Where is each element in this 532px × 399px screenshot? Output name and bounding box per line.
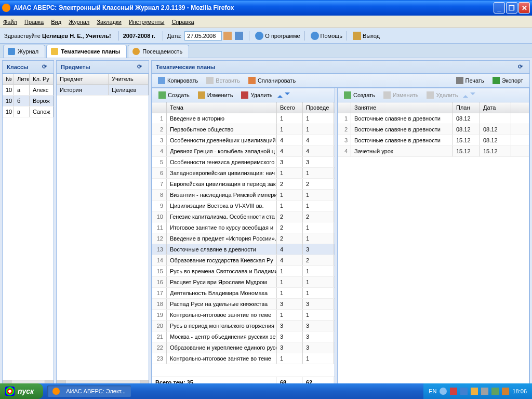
theme-row[interactable]: 18Распад Руси на удельные княжества33 [152, 299, 335, 310]
tray-icon[interactable] [502, 388, 509, 395]
theme-row[interactable]: 11Итоговое занятие по курсу всеобщая и21 [152, 222, 335, 233]
theme-row[interactable]: 8Византия - наследница Римской импери11 [152, 190, 335, 201]
move-up-icon[interactable] [463, 92, 468, 98]
class-row[interactable]: 10вСапож [3, 107, 54, 117]
refresh-icon[interactable]: ⟳ [42, 63, 49, 71]
edit-button[interactable]: Изменить [380, 90, 422, 100]
tab-plans[interactable]: Тематические планы [46, 45, 127, 58]
taskbar-app[interactable]: АИАС АВЕРС: Элект... [47, 385, 131, 397]
menu-file[interactable]: Файл [3, 19, 17, 25]
plan-button[interactable]: Спланировать [245, 76, 299, 85]
exit-link[interactable]: Выход [363, 33, 380, 39]
theme-row[interactable]: 7Европейская цивилизация в период зак22 [152, 179, 335, 190]
system-tray: EN 18:06 [423, 383, 532, 399]
refresh-icon[interactable]: ⟳ [137, 63, 144, 71]
theme-row[interactable]: 22Образование и укрепление единого русс3… [152, 342, 335, 353]
create-button[interactable]: Создать [341, 90, 378, 100]
theme-row[interactable]: 17Деятельность Владимира Мономаха11 [152, 288, 335, 299]
main-title: Тематические планы [156, 64, 215, 70]
windows-taskbar: пуск АИАС АВЕРС: Элект... EN 18:06 [0, 383, 532, 399]
theme-row[interactable]: 9Цивилизации Востока в VI-XVIII вв.11 [152, 201, 335, 211]
subjects-title: Предметы [61, 64, 90, 70]
lesson-row[interactable]: 3Восточные славяне в древности15.1208.12 [338, 135, 529, 146]
close-button[interactable]: ✕ [518, 2, 530, 14]
tray-icon[interactable] [440, 388, 447, 395]
clock[interactable]: 18:06 [512, 388, 527, 394]
content-area: Классы⟳ №ЛитеКл. Ру 10аАлекс10бВорож10вС… [0, 58, 532, 391]
copy-button[interactable]: Копировать [155, 76, 201, 85]
exit-icon[interactable] [353, 32, 361, 40]
windows-icon [5, 387, 15, 396]
menu-bookmarks[interactable]: Закладки [97, 19, 122, 25]
menu-help[interactable]: Справка [171, 19, 194, 25]
create-button[interactable]: Создать [155, 90, 193, 100]
theme-row[interactable]: 21Москва - центр объединения русских зе3… [152, 331, 335, 342]
theme-row[interactable]: 16Расцвет Руси ври Ярославе Мудром11 [152, 277, 335, 288]
refresh-date-icon[interactable] [235, 32, 243, 40]
classes-title: Классы [7, 64, 28, 70]
export-button[interactable]: Экспорт [489, 76, 526, 85]
paste-button[interactable]: Вставить [203, 76, 243, 85]
date-input[interactable] [184, 31, 222, 41]
lesson-row[interactable]: 1Восточные славяне в древности08.12 [338, 113, 529, 124]
print-button[interactable]: Печать [453, 76, 487, 85]
minimize-button[interactable]: _ [494, 2, 505, 14]
volume-icon[interactable] [481, 388, 488, 395]
theme-row[interactable]: 2Первобытное общество11 [152, 124, 335, 135]
info-icon[interactable] [255, 32, 263, 40]
move-down-icon[interactable] [285, 92, 290, 98]
themes-header: ТемаВсегоПроведе [152, 102, 335, 113]
journal-icon [8, 48, 15, 55]
about-link[interactable]: О программе [265, 33, 300, 39]
paste-icon [206, 77, 214, 84]
window-title: АИАС АВЕРС: Электронный Классный Журнал … [14, 4, 494, 11]
theme-row[interactable]: 12Введение в предмет «История России».21 [152, 233, 335, 244]
help-icon[interactable] [311, 32, 319, 40]
tab-attendance[interactable]: Посещаемость [128, 45, 189, 58]
edit-button[interactable]: Изменить [195, 90, 236, 100]
folder-icon [51, 48, 58, 55]
menu-edit[interactable]: Правка [24, 19, 44, 25]
theme-row[interactable]: 6Западноевропейская цивилизация: нач11 [152, 168, 335, 179]
theme-row[interactable]: 10Генезис капитализма. Особенности ста22 [152, 211, 335, 222]
maximize-button[interactable]: ❐ [506, 2, 517, 14]
move-down-icon[interactable] [470, 92, 475, 98]
menu-tools[interactable]: Инструменты [129, 19, 165, 25]
theme-row[interactable]: 20Русь в период монгольского вторжения33 [152, 321, 335, 331]
delete-icon [427, 91, 434, 99]
browser-menubar: Файл Правка Вид Журнал Закладки Инструме… [0, 16, 532, 28]
delete-button[interactable]: Удалить [423, 90, 461, 100]
year-label: 2007-2008 г. [123, 33, 155, 39]
help-link[interactable]: Помощь [321, 33, 343, 39]
theme-row[interactable]: 23Контрольно-итоговое занятие во теме11 [152, 353, 335, 364]
tray-icon[interactable] [460, 388, 468, 395]
subject-row[interactable]: ИсторияЦелищев [57, 85, 149, 96]
menu-journal[interactable]: Журнал [69, 19, 89, 25]
plan-icon [248, 77, 256, 84]
lesson-row[interactable]: 4Зачетный урок15.1215.12 [338, 146, 529, 157]
language-indicator[interactable]: EN [429, 388, 436, 394]
theme-row[interactable]: 19Контрольно-итоговое занятие по теме11 [152, 310, 335, 321]
class-row[interactable]: 10бВорож [3, 96, 54, 107]
subjects-panel: Предметы⟳ ПредметУчитель ИсторияЦелищев [56, 60, 149, 389]
theme-row[interactable]: 13Восточные славяне в древности43 [152, 244, 335, 255]
delete-button[interactable]: Удалить [238, 90, 275, 100]
class-row[interactable]: 10аАлекс [3, 85, 54, 96]
tray-icon[interactable] [471, 388, 478, 395]
menu-view[interactable]: Вид [51, 19, 61, 25]
theme-row[interactable]: 15Русь во времена Святослава и Владими11 [152, 266, 335, 277]
move-up-icon[interactable] [277, 92, 283, 98]
theme-row[interactable]: 14Образование государства Киевская Ру42 [152, 255, 335, 266]
tray-icon[interactable] [450, 388, 457, 395]
refresh-icon[interactable]: ⟳ [518, 63, 525, 71]
tab-journal[interactable]: Журнал [3, 45, 45, 58]
start-button[interactable]: пуск [0, 383, 43, 399]
subjects-header: ПредметУчитель [57, 74, 149, 85]
theme-row[interactable]: 4Древняя Греция - колыбель западной ц44 [152, 146, 335, 157]
tray-icon[interactable] [491, 388, 499, 395]
calendar-icon[interactable] [223, 32, 232, 40]
theme-row[interactable]: 1Введение в историю11 [152, 113, 335, 124]
lesson-row[interactable]: 2Восточные славяне в древности08.1208.12 [338, 124, 529, 135]
theme-row[interactable]: 3Особенности древнейших цивилизаций44 [152, 135, 335, 146]
theme-row[interactable]: 5Особенности генезиса древнеримского33 [152, 157, 335, 168]
